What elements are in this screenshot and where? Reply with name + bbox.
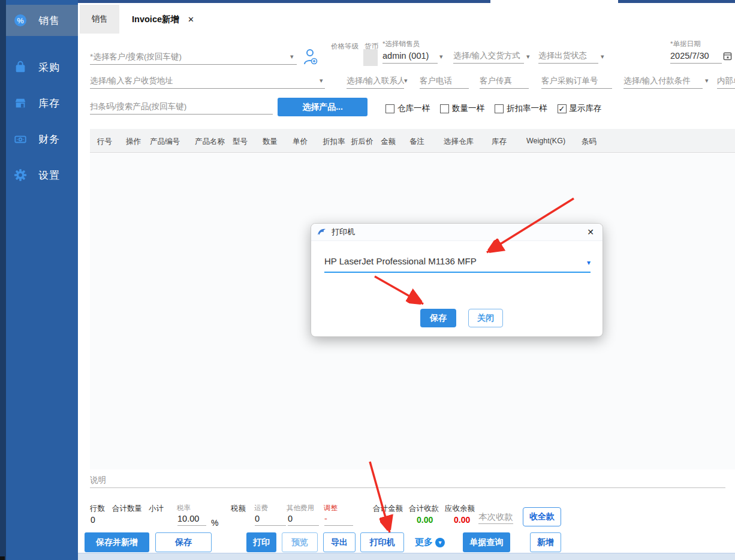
- corner-mark: [0, 556, 5, 560]
- customer-search-input[interactable]: [90, 49, 297, 65]
- checkbox-same-discount[interactable]: 折扣率一样: [495, 103, 547, 114]
- chevron-down-icon[interactable]: [526, 53, 530, 61]
- sidebar-item-purchase[interactable]: 采购: [6, 55, 78, 79]
- save-button[interactable]: 保存: [155, 532, 212, 552]
- window-top-strip: [78, 0, 490, 3]
- contact-select[interactable]: [347, 73, 404, 89]
- sidebar-item-finance[interactable]: 财务: [6, 127, 78, 151]
- checkbox-label: 仓库一样: [397, 103, 430, 114]
- select-product-button[interactable]: 选择产品...: [278, 98, 368, 116]
- print-button[interactable]: 打印: [246, 532, 276, 552]
- notes-row: [90, 472, 725, 488]
- background-window-sliver: [0, 0, 6, 560]
- export-button[interactable]: 导出: [323, 532, 356, 552]
- shopping-bag-icon: [13, 60, 28, 74]
- chevron-down-icon[interactable]: [404, 77, 408, 85]
- store-icon: [13, 96, 28, 110]
- chevron-down-icon[interactable]: [439, 53, 443, 61]
- receive-full-payment-button[interactable]: 收全款: [523, 507, 561, 526]
- salesman-label: *选择销售员: [382, 40, 420, 49]
- printer-select[interactable]: HP LaserJet Professional M1136 MFP: [324, 252, 591, 273]
- ship-status-select[interactable]: [538, 48, 598, 64]
- save-and-new-button[interactable]: 保存并新增: [85, 532, 149, 552]
- subtotal-label: 小计: [149, 504, 164, 514]
- checkbox-label: 显示库存: [570, 103, 602, 114]
- internal-no-input[interactable]: [717, 73, 735, 89]
- doc-date-input[interactable]: [670, 48, 722, 64]
- column-header: 单价: [293, 137, 308, 147]
- sidebar-item-inventory[interactable]: 库存: [6, 91, 78, 115]
- column-header: 型号: [233, 137, 248, 147]
- calendar-icon[interactable]: [723, 52, 732, 63]
- tab-sales[interactable]: 销售: [80, 5, 119, 34]
- currency-box[interactable]: [363, 49, 378, 66]
- balance-label: 应收余额: [445, 504, 475, 514]
- dialog-save-button[interactable]: 保存: [420, 309, 456, 327]
- new-button[interactable]: 新增: [530, 532, 561, 552]
- delivery-method-select[interactable]: [453, 48, 524, 64]
- printer-name: HP LaserJet Professional M1136 MFP: [324, 256, 477, 266]
- sidebar-item-label: 库存: [38, 97, 60, 110]
- checkbox-label: 折扣率一样: [507, 103, 547, 114]
- tab-label: 销售: [92, 14, 108, 25]
- dialog-title-bar[interactable]: 打印机: [311, 224, 603, 241]
- notes-input[interactable]: [90, 472, 725, 488]
- checkbox-icon[interactable]: [558, 104, 567, 113]
- chevron-down-icon[interactable]: [601, 53, 604, 61]
- doc-date-label: *单据日期: [670, 40, 700, 49]
- sidebar: % 销售 采购 库存 财务: [6, 0, 78, 560]
- column-header: 库存: [492, 137, 507, 147]
- checkbox-show-stock[interactable]: 显示库存: [558, 103, 602, 114]
- sidebar-item-label: 采购: [38, 61, 60, 74]
- column-header: 数量: [263, 137, 278, 147]
- checkbox-icon[interactable]: [495, 104, 504, 113]
- window-top-strip: [618, 0, 735, 3]
- printer-button[interactable]: 打印机: [360, 532, 404, 552]
- column-header: 金额: [381, 137, 396, 147]
- column-header: 备注: [409, 137, 424, 147]
- column-header: 产品名称: [195, 137, 225, 147]
- chevron-down-icon[interactable]: [587, 258, 591, 267]
- dialog-close-icon[interactable]: [587, 227, 594, 237]
- price-level-label: 价格等级: [331, 42, 359, 51]
- tab-invoice-new[interactable]: Invoice新增: [119, 5, 207, 34]
- customer-po-input[interactable]: [541, 73, 612, 89]
- column-header: 折扣率: [323, 137, 345, 147]
- sidebar-item-label: 财务: [38, 133, 60, 146]
- freight-input[interactable]: [255, 511, 286, 526]
- received-value: 0.00: [417, 515, 433, 525]
- balance-value: 0.00: [454, 515, 470, 525]
- sidebar-item-settings[interactable]: 设置: [6, 163, 78, 187]
- preview-button[interactable]: 预览: [282, 532, 318, 552]
- dialog-title: 打印机: [332, 227, 355, 237]
- customer-phone-input[interactable]: [420, 73, 469, 89]
- gear-icon: [13, 168, 28, 182]
- payment-terms-select[interactable]: [623, 73, 703, 89]
- adjustment-input[interactable]: [324, 511, 353, 526]
- shipping-address-select[interactable]: [90, 73, 325, 89]
- column-header: 折后价: [351, 137, 373, 147]
- app-window: % 销售 采购 库存 财务: [0, 0, 735, 560]
- add-customer-icon[interactable]: [303, 48, 318, 68]
- payment-now-input[interactable]: [478, 510, 513, 524]
- document-query-button[interactable]: 单据查询: [463, 532, 510, 552]
- tab-close-icon[interactable]: [188, 15, 194, 24]
- rows-count-value: 0: [91, 515, 95, 525]
- column-header: 条码: [582, 137, 597, 147]
- checkbox-same-quantity[interactable]: 数量一样: [440, 103, 484, 114]
- other-fee-input[interactable]: [288, 511, 319, 526]
- salesman-select[interactable]: [382, 48, 438, 64]
- dialog-close-button[interactable]: 关闭: [468, 309, 503, 327]
- checkbox-icon[interactable]: [440, 104, 449, 113]
- sidebar-item-sales[interactable]: % 销售: [6, 5, 78, 36]
- scan-barcode-input[interactable]: [90, 99, 273, 115]
- customer-fax-input[interactable]: [480, 73, 529, 89]
- status-bar: [78, 553, 735, 560]
- checkbox-icon[interactable]: [385, 104, 394, 113]
- checkbox-same-warehouse[interactable]: 仓库一样: [385, 103, 430, 114]
- column-header: 操作: [126, 137, 141, 147]
- dolphin-icon: [317, 228, 327, 236]
- tax-rate-input[interactable]: [177, 511, 206, 526]
- more-button[interactable]: 更多: [415, 537, 445, 548]
- chevron-down-icon[interactable]: [705, 77, 709, 85]
